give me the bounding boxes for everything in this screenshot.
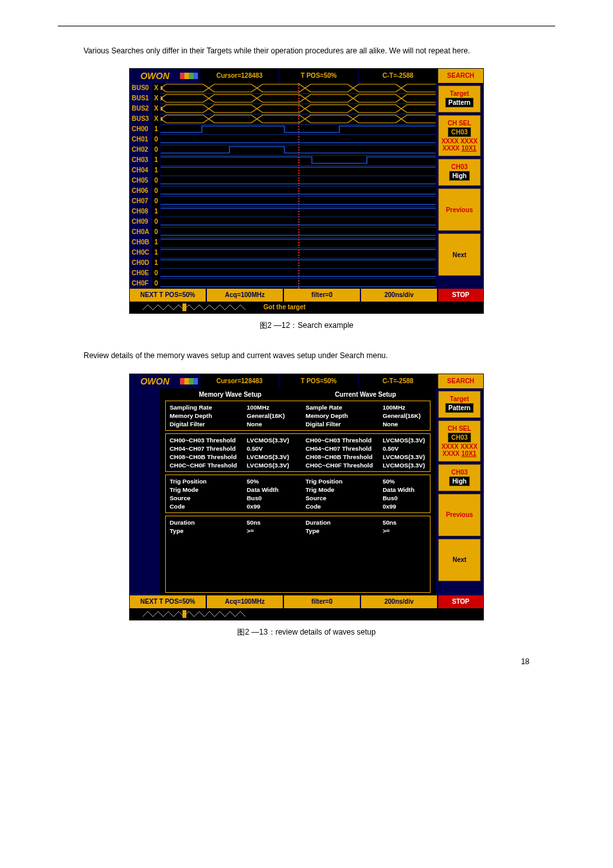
- search-mode-button[interactable]: SEARCH: [437, 374, 483, 388]
- channel-label: CH07: [130, 196, 152, 206]
- svg-rect-4: [182, 303, 186, 311]
- target-panel[interactable]: Target Pattern: [438, 86, 481, 113]
- pattern-line1: XXXX XXXX: [440, 443, 479, 450]
- brand-logo: OWON: [130, 374, 180, 388]
- setup-kv: Sampling Rate100MHz: [170, 404, 290, 411]
- mini-waveform-icon: [130, 608, 258, 620]
- search-mode-button[interactable]: SEARCH: [437, 69, 483, 83]
- channel-value: 1: [152, 124, 160, 134]
- channel-value-column: XXXX1001100010011100: [152, 83, 160, 289]
- setup-kv: Digital FilterNone: [306, 420, 427, 428]
- channel-value: 0: [152, 268, 160, 278]
- tpos-readout: T POS=50%: [278, 374, 357, 388]
- filter-readout: filter=0: [283, 595, 360, 608]
- target-value-chip: Pattern: [445, 403, 474, 413]
- chsel-panel[interactable]: CH SEL CH03 XXXX XXXX XXXX 10X1: [438, 115, 481, 156]
- channel-label: CH0E: [130, 268, 152, 278]
- side-menu: Target Pattern CH SEL CH03 XXXX XXXX XXX…: [436, 83, 483, 289]
- setup-kv: CH04~CH07 Threshold0.50V: [170, 445, 290, 452]
- screenshot-wave-setup: OWON Cursor=128483 T POS=50% C-T=-2588 S…: [129, 374, 484, 620]
- chsel-value-chip: CH03: [448, 127, 471, 137]
- setup-kv: CH00~CH03 ThresholdLVCMOS(3.3V): [306, 437, 427, 444]
- stop-button[interactable]: STOP: [437, 289, 483, 302]
- next-button[interactable]: Next: [438, 233, 481, 276]
- chsel-panel[interactable]: CH SEL CH03 XXXX XXXX XXXX 10X1: [438, 420, 481, 462]
- channel-value: 0: [152, 278, 160, 289]
- channel-label: CH03: [130, 155, 152, 165]
- channel-value: 1: [152, 248, 160, 258]
- channel-label: CH0C: [130, 248, 152, 258]
- waveform-row: [161, 156, 436, 165]
- acq-readout: Acq=100MHz: [206, 289, 283, 302]
- title-bar: OWON Cursor=128483 T POS=50% C-T=-2588 S…: [130, 374, 483, 388]
- waveform-row: [161, 94, 436, 103]
- channel-label: CH02: [130, 145, 152, 155]
- setup-kv: Digital FilterNone: [170, 420, 290, 428]
- channel-label: BUS1: [130, 93, 152, 104]
- waveform-row: [161, 238, 436, 247]
- setup-kv: Memory DepthGeneral(16K): [170, 412, 290, 419]
- waveform-row: [161, 114, 436, 123]
- channel-value: 0: [152, 145, 160, 155]
- stop-button[interactable]: STOP: [437, 595, 483, 608]
- color-bar-icon: [180, 69, 199, 83]
- doc-intro-text: Various Searches only differ in their Ta…: [84, 46, 529, 57]
- side-menu: Target Pattern CH SEL CH03 XXXX XXXX XXX…: [436, 388, 483, 595]
- channel-label-column: BUS0BUS1BUS2BUS3CH00CH01CH02CH03CH04CH05…: [130, 83, 152, 289]
- channel-value: 0: [152, 196, 160, 206]
- setup-kv: SourceBus0: [170, 494, 290, 502]
- channel-value: 1: [152, 155, 160, 165]
- waveform-row: [161, 228, 436, 237]
- channel-label: CH0D: [130, 258, 152, 268]
- setup-kv: Type>=: [306, 527, 427, 534]
- setup-kv: CH00~CH03 ThresholdLVCMOS(3.3V): [170, 437, 290, 444]
- color-bar-icon: [180, 374, 199, 388]
- overview-bar: [130, 608, 483, 620]
- previous-button[interactable]: Previous: [438, 188, 481, 231]
- channel-label: CH00: [130, 124, 152, 134]
- channel-level-chip: High: [449, 171, 470, 181]
- waveform-row: [161, 176, 436, 185]
- next-button[interactable]: Next: [438, 539, 481, 581]
- target-panel[interactable]: Target Pattern: [438, 391, 481, 418]
- chsel-value-chip: CH03: [448, 433, 471, 442]
- page-number: 18: [84, 657, 529, 666]
- screenshot-search-example: OWON Cursor=128483 T POS=50% C-T=-2588 S…: [129, 68, 484, 314]
- channel-value: X: [152, 83, 160, 93]
- channel-label: CH0F: [130, 278, 152, 289]
- channel-name: CH03: [440, 469, 479, 476]
- wave-setup-area: Memory Wave Setup Current Wave Setup Sam…: [160, 388, 436, 595]
- chsel-label: CH SEL: [440, 425, 479, 432]
- channel-label: BUS3: [130, 114, 152, 124]
- channel-name: CH03: [440, 163, 479, 170]
- previous-button[interactable]: Previous: [438, 494, 481, 536]
- channel-label: CH05: [130, 176, 152, 186]
- setup-kv: Trig Position50%: [306, 478, 427, 485]
- timebase-readout: 200ns/div: [360, 595, 437, 608]
- channel-value: X: [152, 114, 160, 124]
- channel-label: BUS2: [130, 104, 152, 114]
- channel-label: CH04: [130, 165, 152, 176]
- cursor-readout: Cursor=128483: [199, 69, 278, 83]
- waveform-area[interactable]: [160, 83, 436, 289]
- setup-kv: Trig ModeData Width: [306, 486, 427, 493]
- channel-level-chip: High: [449, 476, 470, 486]
- tpos-readout: T POS=50%: [278, 69, 357, 83]
- channel-value: 1: [152, 206, 160, 217]
- pattern-line2: XXXX 10X1: [440, 145, 479, 152]
- setup-kv: Trig Position50%: [170, 478, 290, 485]
- waveform-row: [161, 197, 436, 206]
- acq-readout: Acq=100MHz: [206, 595, 283, 608]
- channel-value: X: [152, 104, 160, 114]
- setup-box-trigger: Trig Position50%Trig Position50%Trig Mod…: [165, 475, 431, 513]
- channel-level-panel[interactable]: CH03 High: [438, 464, 481, 491]
- target-label: Target: [440, 90, 479, 97]
- current-wave-title: Current Wave Setup: [298, 390, 434, 399]
- channel-level-panel[interactable]: CH03 High: [438, 159, 481, 186]
- channel-value: 0: [152, 217, 160, 227]
- channel-label: CH0B: [130, 237, 152, 248]
- channel-label: BUS0: [130, 83, 152, 93]
- channel-label: CH0A: [130, 227, 152, 237]
- overview-status-text: Got the target: [258, 302, 306, 313]
- next-tpos-readout: NEXT T POS=50%: [130, 289, 206, 302]
